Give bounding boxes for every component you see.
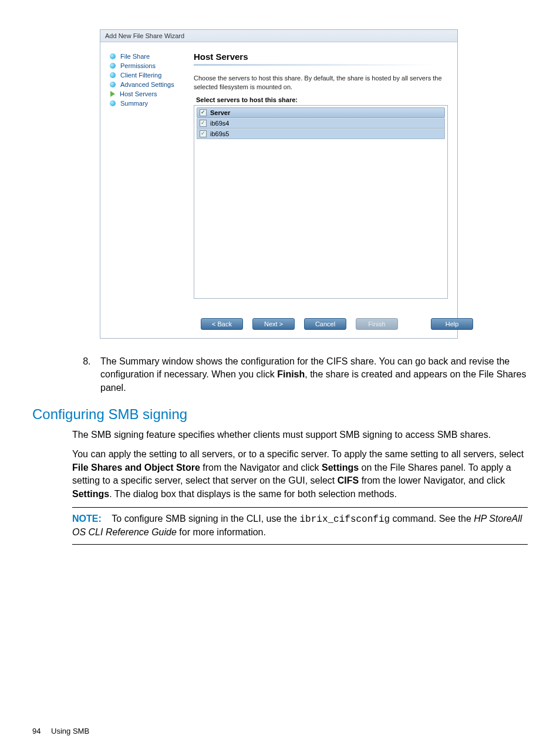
circle-icon — [110, 72, 116, 78]
doc-step-8: The Summary window shows the configurati… — [93, 355, 528, 394]
text-bold: Settings — [72, 489, 109, 499]
server-header-label: Server — [210, 109, 230, 116]
text: command. See the — [390, 514, 474, 524]
page-label: Using SMB — [51, 727, 89, 735]
server-list-box: ✓ Server ✓ ib69s4 ✓ ib69s5 — [194, 105, 448, 299]
next-button[interactable]: Next > — [252, 318, 295, 330]
nav-item-summary[interactable]: Summary — [110, 99, 189, 108]
checkbox[interactable]: ✓ — [200, 120, 207, 127]
cli-command: ibrix_cifsconfig — [299, 514, 390, 525]
content-description: Choose the servers to host this share. B… — [194, 74, 448, 92]
text: To configure SMB signing in the CLI, use… — [112, 514, 299, 524]
checkbox[interactable]: ✓ — [200, 130, 207, 137]
nav-label: File Share — [120, 53, 150, 60]
circle-icon — [110, 82, 116, 87]
nav-item-host-servers[interactable]: Host Servers — [110, 89, 189, 99]
circle-icon — [110, 100, 116, 106]
circle-icon — [110, 63, 116, 69]
paragraph: You can apply the setting to all servers… — [72, 448, 528, 501]
text: for more information. — [177, 527, 266, 537]
wizard-dialog: Add New File Share Wizard File Share Per… — [100, 29, 458, 339]
checkbox-header[interactable]: ✓ — [200, 109, 207, 116]
back-button[interactable]: < Back — [201, 318, 243, 330]
finish-button: Finish — [356, 318, 398, 330]
nav-label: Host Servers — [120, 90, 157, 97]
cancel-button[interactable]: Cancel — [304, 318, 346, 330]
circle-icon — [110, 53, 116, 59]
help-button[interactable]: Help — [431, 318, 473, 330]
page-number: 94 — [32, 727, 41, 735]
server-name: ib69s4 — [210, 120, 229, 127]
text: from the lower Navigator, and click — [359, 475, 505, 485]
wizard-title: Add New File Share Wizard — [100, 30, 457, 42]
page-footer: 94 Using SMB — [32, 727, 528, 735]
nav-label: Client Filtering — [120, 72, 161, 79]
text: You can apply the setting to all servers… — [72, 449, 524, 459]
text-bold: Settings — [322, 463, 359, 472]
text-bold: File Shares and Object Store — [72, 463, 200, 472]
wizard-content: Host Servers Choose the servers to host … — [189, 52, 448, 309]
text: . The dialog box that displays is the sa… — [109, 489, 397, 499]
section-heading: Configuring SMB signing — [32, 406, 528, 423]
wizard-nav: File Share Permissions Client Filtering … — [110, 52, 189, 309]
nav-item-file-share[interactable]: File Share — [110, 52, 189, 61]
server-row[interactable]: ✓ ib69s4 — [197, 118, 445, 129]
nav-label: Advanced Settings — [120, 81, 174, 88]
text: from the Navigator and click — [200, 463, 322, 472]
content-heading: Host Servers — [194, 52, 448, 62]
text-bold: CIFS — [338, 475, 359, 485]
paragraph: The SMB signing feature specifies whethe… — [72, 428, 528, 442]
nav-label: Summary — [120, 100, 148, 107]
nav-item-advanced-settings[interactable]: Advanced Settings — [110, 80, 189, 89]
note-label: NOTE: — [72, 514, 102, 524]
server-row[interactable]: ✓ ib69s5 — [197, 129, 445, 139]
text-bold: Finish — [277, 369, 305, 379]
server-table-header: ✓ Server — [197, 107, 445, 118]
select-servers-label: Select servers to host this share: — [196, 96, 448, 103]
server-name: ib69s5 — [210, 130, 229, 137]
nav-item-permissions[interactable]: Permissions — [110, 61, 189, 70]
nav-label: Permissions — [120, 62, 156, 69]
nav-item-client-filtering[interactable]: Client Filtering — [110, 70, 189, 80]
doc-ordered-list: The Summary window shows the configurati… — [32, 355, 528, 394]
arrow-right-icon — [110, 91, 115, 97]
heading-underline — [194, 64, 448, 66]
note-block: NOTE: To configure SMB signing in the CL… — [72, 507, 528, 545]
